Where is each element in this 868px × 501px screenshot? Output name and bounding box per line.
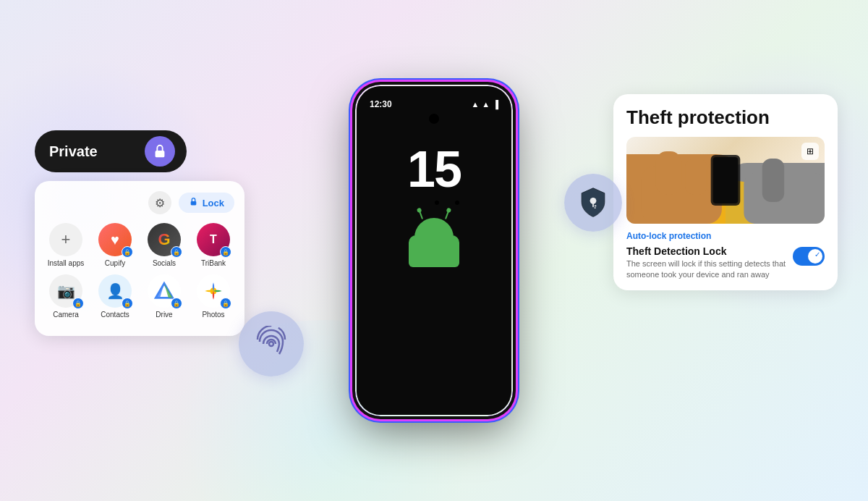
app-grid-header: ⚙ Lock xyxy=(45,191,234,214)
app-item-cupify[interactable]: ♥ 🔒 Cupify xyxy=(94,223,136,267)
drive-label: Drive xyxy=(156,311,172,319)
app-grid-card: ⚙ Lock + Install apps ♥ 🔒 xyxy=(35,181,244,336)
socials-icon: G 🔒 xyxy=(148,223,181,256)
theft-illustration xyxy=(626,137,825,224)
camera-lock-badge: 🔒 xyxy=(72,298,84,309)
tribank-lock-badge: 🔒 xyxy=(220,246,231,258)
wifi-icon: ▲ xyxy=(471,100,479,109)
phone-status-icons: ▲ ▲ ▐ xyxy=(471,100,498,109)
phone-notch xyxy=(429,114,439,124)
socials-lock-badge: 🔒 xyxy=(171,246,182,258)
signal-icon: ▲ xyxy=(482,100,490,109)
auto-lock-label: Auto-lock protection xyxy=(626,231,825,241)
contacts-icon: 👤 🔒 xyxy=(98,274,132,308)
app-row-2: 📷 🔒 Camera 👤 🔒 Contacts xyxy=(45,274,234,319)
theft-detection-row: Theft Detection Lock The screen will loc… xyxy=(626,245,825,281)
theft-scene-svg xyxy=(626,137,825,224)
install-apps-label: Install apps xyxy=(48,259,85,267)
svg-rect-14 xyxy=(656,151,682,195)
theft-image-expand-icon: ⊞ xyxy=(801,143,819,160)
shield-key-icon xyxy=(577,187,609,219)
app-item-camera[interactable]: 📷 🔒 Camera xyxy=(45,274,87,319)
svg-rect-15 xyxy=(685,159,707,195)
private-space-pill[interactable]: Private xyxy=(35,130,187,172)
contacts-label: Contacts xyxy=(101,311,129,319)
svg-rect-10 xyxy=(595,206,597,207)
svg-rect-0 xyxy=(156,151,165,157)
status-bar: 12:30 ▲ ▲ ▐ xyxy=(357,96,511,112)
shield-bubble xyxy=(564,174,622,232)
drive-icon: 🔒 xyxy=(148,274,181,308)
theft-detection-toggle[interactable]: ✓ xyxy=(793,247,825,266)
svg-point-7 xyxy=(269,342,273,346)
lock-button-icon xyxy=(189,197,198,209)
antenna-left xyxy=(419,211,423,219)
svg-point-8 xyxy=(590,198,597,204)
drive-lock-badge: 🔒 xyxy=(171,298,182,309)
app-item-drive[interactable]: 🔒 Drive xyxy=(143,274,185,319)
android-robot xyxy=(401,216,467,267)
theft-protection-card: Theft protection xyxy=(613,94,838,290)
cupify-icon: ♥ 🔒 xyxy=(98,223,132,256)
fingerprint-icon xyxy=(253,326,289,362)
robot-eye-left xyxy=(435,201,439,205)
svg-rect-1 xyxy=(190,201,196,205)
cupify-lock-badge: 🔒 xyxy=(122,246,133,258)
svg-rect-11 xyxy=(595,207,596,209)
private-lock-icon xyxy=(145,136,175,167)
private-label: Private xyxy=(49,143,136,160)
theft-protection-title: Theft protection xyxy=(626,107,825,128)
fingerprint-bubble xyxy=(239,311,304,376)
phone-clock-number: 15 xyxy=(407,144,461,195)
app-item-contacts[interactable]: 👤 🔒 Contacts xyxy=(94,274,136,319)
lock-button[interactable]: Lock xyxy=(179,193,234,213)
private-space-card: Private ⚙ Lock + xyxy=(35,130,244,336)
theft-detection-title: Theft Detection Lock xyxy=(626,245,787,257)
camera-icon: 📷 🔒 xyxy=(49,274,82,308)
svg-rect-18 xyxy=(762,159,784,202)
socials-label: Socials xyxy=(153,259,176,267)
photos-lock-badge: 🔒 xyxy=(220,298,231,309)
theft-detection-desc: The screen will lock if this setting det… xyxy=(626,258,787,281)
robot-eye-right xyxy=(455,201,459,205)
app-item-tribank[interactable]: T 🔒 TriBank xyxy=(192,223,234,267)
app-item-install[interactable]: + Install apps xyxy=(45,223,87,267)
lock-button-label: Lock xyxy=(203,198,224,209)
antenna-right xyxy=(445,211,449,219)
gear-button[interactable]: ⚙ xyxy=(148,191,171,214)
svg-rect-20 xyxy=(713,157,739,203)
svg-rect-9 xyxy=(592,203,594,207)
battery-icon: ▐ xyxy=(493,100,498,109)
phone-time: 12:30 xyxy=(370,99,392,109)
theft-protection-image: ⊞ xyxy=(626,137,825,224)
theft-detection-text: Theft Detection Lock The screen will loc… xyxy=(626,245,787,281)
tribank-label: TriBank xyxy=(201,259,226,267)
cupify-label: Cupify xyxy=(105,259,125,267)
tribank-icon: T 🔒 xyxy=(197,223,230,256)
app-row-1: + Install apps ♥ 🔒 Cupify G 🔒 Socials xyxy=(45,223,234,267)
photos-label: Photos xyxy=(202,311,224,319)
app-item-socials[interactable]: G 🔒 Socials xyxy=(143,223,185,267)
app-item-photos[interactable]: 🔒 Photos xyxy=(192,274,234,319)
toggle-checkmark-icon: ✓ xyxy=(814,250,820,258)
phone-device: 12:30 ▲ ▲ ▐ 15 xyxy=(354,84,514,417)
contacts-lock-badge: 🔒 xyxy=(122,298,133,309)
install-apps-icon: + xyxy=(49,223,82,256)
robot-body xyxy=(409,235,459,267)
photos-icon: 🔒 xyxy=(197,274,230,308)
camera-label: Camera xyxy=(53,311,79,319)
